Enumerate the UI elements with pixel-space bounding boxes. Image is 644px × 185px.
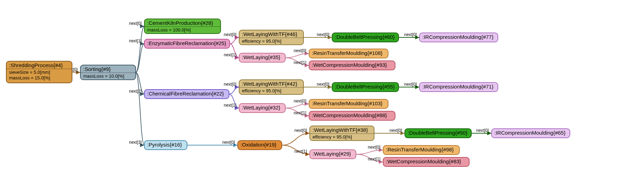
node-title: :WetLayingWithTF{#38} <box>313 127 368 133</box>
node-title: :WetCompressionMoulding{#83} <box>386 158 461 164</box>
node-n71[interactable]: :IRCompressionMoulding{#71} <box>420 83 498 92</box>
node-n22[interactable]: :ChemicalFibreReclamation{#22} <box>144 90 229 99</box>
edge-label-n9-n22: next[2] <box>129 89 142 94</box>
edge-label-n55-n71: next[0] <box>404 82 417 87</box>
node-title: :ResinTransferMoulding{#108} <box>312 50 382 56</box>
edge-label-n25-n35: next[1] <box>224 52 236 57</box>
edge-label-n35-n108: next[0] <box>294 48 306 53</box>
node-title: :DoubleBeltPressing{#60} <box>335 34 395 40</box>
node-n28[interactable]: :CementKilnProduction{#28}massLoss = 100… <box>144 19 221 34</box>
flow-diagram: next[0]next[0]next[1]next[2]next[3]next[… <box>0 0 644 185</box>
node-title: :ShreddingProcess{#4} <box>9 62 63 68</box>
node-n19[interactable]: :Oxidation{#19} <box>238 141 282 150</box>
node-title: :WetLayingWithTF{#46} <box>242 31 297 37</box>
edge-n19-n38 <box>282 133 310 145</box>
node-n65[interactable]: :IRCompressionMoulding{#65} <box>492 129 570 138</box>
edge-n4-n9 <box>72 72 80 72</box>
node-n77[interactable]: :IRCompressionMoulding{#77} <box>420 33 498 42</box>
edge-n22-n42 <box>229 87 239 94</box>
edge-n35-n108 <box>285 54 309 58</box>
node-n46[interactable]: :WetLayingWithTF{#46}efficiency = 95.0[%… <box>239 30 303 45</box>
node-n98[interactable]: :ResinTransferMoulding{#98} <box>383 145 459 155</box>
node-title: :IRCompressionMoulding{#71} <box>422 84 493 90</box>
node-title: :WetLaying{#35} <box>242 54 280 60</box>
node-title: :CementKilnProduction{#28} <box>147 20 213 26</box>
node-title: :IRCompressionMoulding{#65} <box>494 130 565 136</box>
node-title: :ResinTransferMoulding{#103} <box>312 100 382 106</box>
node-attr: efficiency = 95.0[%] <box>313 134 352 140</box>
node-title: :DoubleBeltPressing{#50} <box>408 130 467 136</box>
node-n50[interactable]: :DoubleBeltPressing{#50} <box>405 129 471 138</box>
node-title: :WetLaying{#29} <box>313 151 351 157</box>
node-title: :Oxidation{#19} <box>241 142 277 148</box>
node-attr: efficiency = 95.0[%] <box>242 38 281 44</box>
node-title: :DoubleBeltPressing{#55} <box>335 84 395 90</box>
node-n93[interactable]: :WetCompressionMoulding{#93} <box>309 61 395 70</box>
edge-label-n35-n93: next[1] <box>294 60 306 65</box>
edge-label-n29-n98: next[0] <box>368 145 380 150</box>
node-attr: massLoss = 100.0[%] <box>147 27 191 33</box>
edge-n9-n28 <box>136 26 144 72</box>
edge-n25-n46 <box>230 37 239 44</box>
edge-label-n19-n29: next[1] <box>294 149 307 154</box>
node-n83[interactable]: :WetCompressionMoulding{#83} <box>383 157 469 166</box>
node-n4[interactable]: :ShreddingProcess{#4}sieveSize = 5.0[mm]… <box>6 61 72 83</box>
node-n38[interactable]: :WetLayingWithTF{#38}efficiency = 95.0[%… <box>310 126 374 141</box>
node-n32[interactable]: :WetLaying{#32} <box>239 104 285 113</box>
edge-label-n19-n38: next[0] <box>294 128 307 133</box>
node-title: :EnzymaticFibreReclamation{#25} <box>147 40 226 46</box>
node-attr: massLoss = 10.0[%] <box>83 73 124 79</box>
edge-label-n46-n60: next[0] <box>317 32 329 37</box>
node-n42[interactable]: :WetLayingWithTF{#42}efficiency = 95.0[%… <box>239 80 303 94</box>
edge-label-n25-n46: next[0] <box>224 32 236 37</box>
edge-label-n29-n83: next[1] <box>368 157 380 162</box>
node-attr: efficiency = 95.0[%] <box>242 88 281 93</box>
node-title: :Pyrolysis{#16} <box>147 142 182 148</box>
edge-label-n60-n77: next[0] <box>404 32 417 37</box>
edge-label-n32-n103: next[0] <box>294 99 306 104</box>
node-n35[interactable]: :WetLaying{#35} <box>239 53 285 62</box>
node-title: :WetLaying{#32} <box>242 105 280 111</box>
node-title: :WetCompressionMoulding{#88} <box>312 112 387 118</box>
node-attr: massLoss = 15.0[%] <box>9 75 50 80</box>
edge-label-n38-n50: next[0] <box>389 128 402 133</box>
node-n29[interactable]: :WetLaying{#29} <box>310 150 356 159</box>
edge-label-n32-n88: next[1] <box>294 111 306 115</box>
node-n88[interactable]: :WetCompressionMoulding{#88} <box>309 111 395 120</box>
node-n103[interactable]: :ResinTransferMoulding{#103} <box>309 99 388 108</box>
node-n16[interactable]: :Pyrolysis{#16} <box>144 141 187 150</box>
node-n25[interactable]: :EnzymaticFibreReclamation{#25} <box>144 39 230 48</box>
edge-label-n9-n16: next[3] <box>129 140 142 145</box>
edge-n32-n103 <box>285 104 309 108</box>
node-n60[interactable]: :DoubleBeltPressing{#60} <box>332 33 399 42</box>
edge-label-n22-n42: next[0] <box>224 82 236 87</box>
node-title: :ResinTransferMoulding{#98} <box>386 147 454 152</box>
node-n55[interactable]: :DoubleBeltPressing{#55} <box>332 83 399 92</box>
node-title: :WetLayingWithTF{#42} <box>242 81 297 87</box>
edge-label-n9-n28: next[0] <box>129 21 142 26</box>
node-n108[interactable]: :ResinTransferMoulding{#108} <box>309 49 388 58</box>
node-title: :WetCompressionMoulding{#93} <box>312 62 387 68</box>
edge-label-n16-n19: next[0] <box>222 140 235 145</box>
edge-n29-n98 <box>356 150 383 154</box>
node-attr: sieveSize = 5.0[mm] <box>9 70 50 75</box>
node-title: :Sorting{#9} <box>83 66 110 72</box>
edge-label-n22-n32: next[1] <box>224 103 236 108</box>
node-title: :IRCompressionMoulding{#77} <box>422 34 493 40</box>
edge-label-n50-n65: next[0] <box>476 128 489 133</box>
edge-label-n42-n55: next[0] <box>317 82 329 87</box>
edge-label-n9-n25: next[1] <box>129 38 142 43</box>
node-n9[interactable]: :Sorting{#9}massLoss = 10.0[%] <box>80 65 136 80</box>
node-title: :ChemicalFibreReclamation{#22} <box>147 91 224 97</box>
